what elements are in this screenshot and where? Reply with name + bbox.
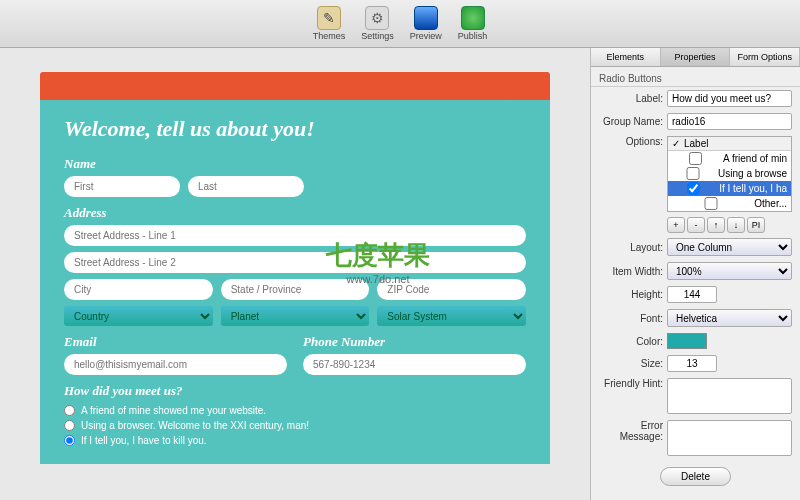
city-input[interactable]	[64, 279, 213, 300]
radio-option-1[interactable]: A friend of mine showed me your website.	[64, 403, 526, 418]
radio-option-2[interactable]: Using a browser. Welcome to the XXI cent…	[64, 418, 526, 433]
gear-icon: ⚙	[365, 6, 389, 30]
hint-textarea[interactable]	[667, 378, 792, 414]
remove-option-button[interactable]: -	[687, 217, 705, 233]
email-input[interactable]	[64, 354, 287, 375]
phone-label: Phone Number	[303, 334, 526, 350]
panel-tabs: Elements Properties Form Options	[591, 48, 800, 67]
state-input[interactable]	[221, 279, 370, 300]
error-textarea[interactable]	[667, 420, 792, 456]
publish-button[interactable]: Publish	[458, 6, 488, 41]
address-line1-input[interactable]	[64, 225, 526, 246]
app-toolbar: ✎Themes ⚙Settings Preview Publish	[0, 0, 800, 48]
tab-properties[interactable]: Properties	[661, 48, 731, 66]
settings-button[interactable]: ⚙Settings	[361, 6, 394, 41]
last-name-input[interactable]	[188, 176, 304, 197]
email-label: Email	[64, 334, 287, 350]
prop-font-label: Font:	[599, 313, 663, 324]
font-select[interactable]: Helvetica	[667, 309, 792, 327]
prop-options-label: Options:	[599, 136, 663, 147]
prop-color-label: Color:	[599, 336, 663, 347]
form-title: Welcome, tell us about you!	[64, 116, 526, 142]
zip-input[interactable]	[377, 279, 526, 300]
delete-button[interactable]: Delete	[660, 467, 731, 486]
label-input[interactable]	[667, 90, 792, 107]
height-input[interactable]	[667, 286, 717, 303]
prop-group-label: Group Name:	[599, 116, 663, 127]
option-row-1[interactable]: A friend of min	[668, 151, 791, 166]
option-row-4[interactable]: Other...	[668, 196, 791, 211]
prop-layout-label: Layout:	[599, 242, 663, 253]
monitor-icon	[414, 6, 438, 30]
prop-error-label: Error Message:	[599, 420, 663, 442]
preview-button[interactable]: Preview	[410, 6, 442, 41]
solar-select[interactable]: Solar System	[377, 306, 526, 326]
prop-hint-label: Friendly Hint:	[599, 378, 663, 389]
name-label: Name	[64, 156, 526, 172]
meet-label: How did you meet us?	[64, 383, 526, 399]
color-swatch[interactable]	[667, 333, 707, 349]
first-name-input[interactable]	[64, 176, 180, 197]
address-line2-input[interactable]	[64, 252, 526, 273]
globe-icon	[461, 6, 485, 30]
group-name-input[interactable]	[667, 113, 792, 130]
prop-width-label: Item Width:	[599, 266, 663, 277]
tab-form-options[interactable]: Form Options	[730, 48, 800, 66]
themes-button[interactable]: ✎Themes	[313, 6, 346, 41]
form-canvas[interactable]: Welcome, tell us about you! Name Address	[0, 48, 590, 500]
form-card: Welcome, tell us about you! Name Address	[40, 72, 550, 464]
prop-label-label: Label:	[599, 93, 663, 104]
properties-panel: Elements Properties Form Options Radio B…	[590, 48, 800, 500]
move-up-button[interactable]: ↑	[707, 217, 725, 233]
item-width-select[interactable]: 100%	[667, 262, 792, 280]
themes-icon: ✎	[317, 6, 341, 30]
section-title: Radio Buttons	[591, 67, 800, 87]
option-row-3[interactable]: If I tell you, I ha	[668, 181, 791, 196]
planet-select[interactable]: Planet	[221, 306, 370, 326]
layout-select[interactable]: One Column	[667, 238, 792, 256]
address-label: Address	[64, 205, 526, 221]
size-input[interactable]	[667, 355, 717, 372]
tab-elements[interactable]: Elements	[591, 48, 661, 66]
prop-height-label: Height:	[599, 289, 663, 300]
radio-option-3[interactable]: If I tell you, I have to kill you.	[64, 433, 526, 448]
options-list[interactable]: ✓Label A friend of min Using a browse If…	[667, 136, 792, 212]
move-down-button[interactable]: ↓	[727, 217, 745, 233]
add-option-button[interactable]: +	[667, 217, 685, 233]
phone-input[interactable]	[303, 354, 526, 375]
country-select[interactable]: Country	[64, 306, 213, 326]
prop-size-label: Size:	[599, 358, 663, 369]
option-row-2[interactable]: Using a browse	[668, 166, 791, 181]
scallop-header	[40, 72, 550, 100]
pi-button[interactable]: PI	[747, 217, 765, 233]
options-header: ✓Label	[668, 137, 791, 151]
